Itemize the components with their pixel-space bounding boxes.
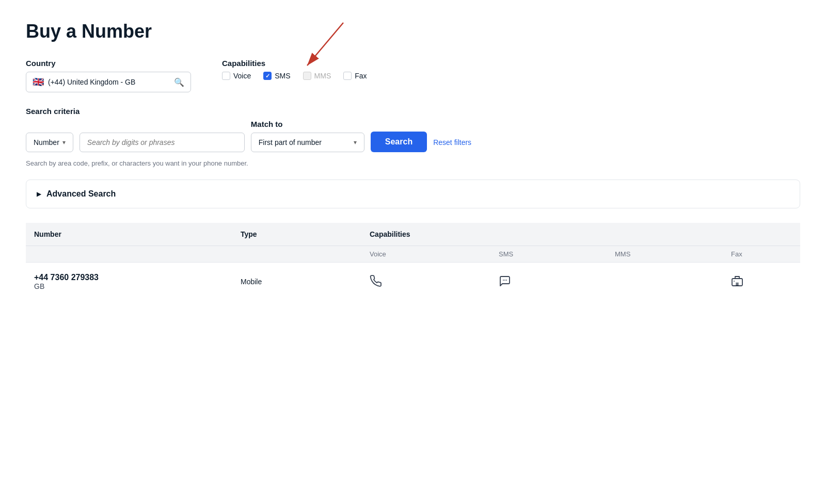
sub-col-voice: Voice <box>361 246 490 263</box>
mms-checkbox[interactable] <box>303 72 311 80</box>
sms-capability-cell <box>490 263 607 301</box>
phone-country: GB <box>34 282 224 290</box>
capabilities-row: Voice SMS MMS Fax <box>222 72 367 80</box>
phone-icon <box>370 275 382 287</box>
search-hint: Search by area code, prefix, or characte… <box>26 159 800 167</box>
number-type: Mobile <box>241 278 262 286</box>
search-criteria-label: Search criteria <box>26 107 800 116</box>
fax-capability-cell <box>723 263 800 301</box>
number-type-value: Number <box>34 138 59 147</box>
mms-label: MMS <box>314 72 331 80</box>
capability-sms[interactable]: SMS <box>263 72 290 80</box>
country-search-icon: 🔍 <box>174 77 184 87</box>
sub-col-mms: MMS <box>607 246 723 263</box>
triangle-icon: ▶ <box>37 190 41 198</box>
voice-label: Voice <box>233 72 251 80</box>
col-type: Type <box>232 223 361 246</box>
match-to-value: First part of number <box>259 138 322 147</box>
sub-col-empty-number <box>26 246 232 263</box>
search-criteria-row: Number ▾ Match to First part of number ▾… <box>26 120 800 152</box>
reset-filters-link[interactable]: Reset filters <box>433 133 471 152</box>
sub-col-sms: SMS <box>490 246 607 263</box>
country-selector[interactable]: 🇬🇧 (+44) United Kingdom - GB 🔍 <box>26 72 191 92</box>
advanced-search-toggle[interactable]: ▶ Advanced Search <box>26 180 800 208</box>
voice-checkbox[interactable] <box>222 72 230 80</box>
results-table: Number Type Capabilities Voice SMS MMS F… <box>26 223 800 301</box>
voice-capability-cell <box>361 263 490 301</box>
chevron-down-icon: ▾ <box>62 139 66 146</box>
number-cell: +44 7360 279383 GB <box>26 263 232 301</box>
page-title: Buy a Number <box>26 21 800 42</box>
number-type-selector[interactable]: Number ▾ <box>26 133 73 152</box>
search-input[interactable] <box>80 133 245 152</box>
capability-voice[interactable]: Voice <box>222 72 251 80</box>
advanced-search-section: ▶ Advanced Search <box>26 180 800 208</box>
fax-checkbox[interactable] <box>343 72 352 80</box>
country-label: Country <box>26 59 191 68</box>
sms-label: SMS <box>275 72 290 80</box>
capabilities-label: Capabilities <box>222 59 367 68</box>
col-capabilities: Capabilities <box>361 223 800 246</box>
table-header-row: Number Type Capabilities <box>26 223 800 246</box>
match-to-field: Match to First part of number ▾ <box>251 120 364 152</box>
fax-icon <box>731 275 743 287</box>
sub-col-fax: Fax <box>723 246 800 263</box>
search-criteria-section: Search criteria Number ▾ Match to First … <box>26 107 800 156</box>
country-field: Country 🇬🇧 (+44) United Kingdom - GB 🔍 <box>26 59 191 92</box>
sms-checkbox[interactable] <box>263 72 272 80</box>
sms-icon <box>499 275 511 287</box>
search-button[interactable]: Search <box>371 132 427 152</box>
sub-col-empty-type <box>232 246 361 263</box>
match-to-label: Match to <box>251 120 364 128</box>
table-row: +44 7360 279383 GB Mobile <box>26 263 800 301</box>
fax-label: Fax <box>355 72 367 80</box>
mms-capability-cell <box>607 263 723 301</box>
country-flag: 🇬🇧 <box>33 76 44 88</box>
capability-fax[interactable]: Fax <box>343 72 367 80</box>
advanced-search-label: Advanced Search <box>46 189 116 199</box>
capability-mms[interactable]: MMS <box>303 72 331 80</box>
phone-number: +44 7360 279383 <box>34 273 99 282</box>
match-to-selector[interactable]: First part of number ▾ <box>251 133 364 152</box>
type-cell: Mobile <box>232 263 361 301</box>
country-value: (+44) United Kingdom - GB <box>48 78 170 86</box>
col-number: Number <box>26 223 232 246</box>
chevron-down-icon: ▾ <box>354 139 357 146</box>
table-sub-header-row: Voice SMS MMS Fax <box>26 246 800 263</box>
capabilities-field: Capabilities Voice SMS <box>222 59 367 80</box>
